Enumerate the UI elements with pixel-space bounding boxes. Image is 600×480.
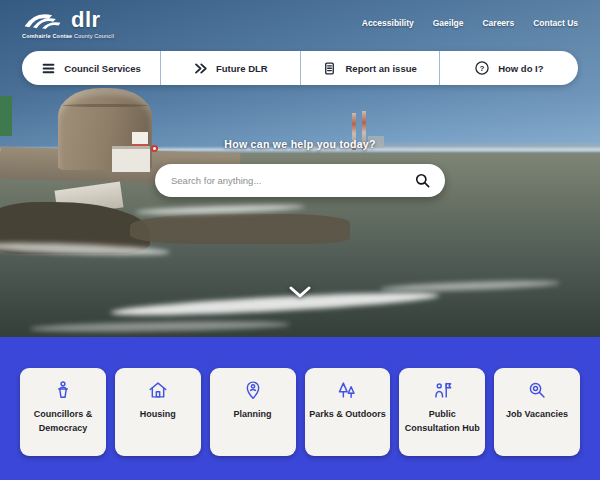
card-label: Housing bbox=[136, 408, 180, 422]
house-icon bbox=[147, 379, 169, 401]
green-kiosk bbox=[0, 96, 12, 136]
card-councillors-democracy[interactable]: Councillors & Democracy bbox=[20, 368, 106, 456]
card-parks-outdoors[interactable]: Parks & Outdoors bbox=[305, 368, 391, 456]
nav-label: Council Services bbox=[64, 63, 141, 74]
nav-how-do-i[interactable]: ? How do I? bbox=[440, 51, 578, 85]
nav-report-an-issue[interactable]: Report an issue bbox=[301, 51, 440, 85]
martello-tower-band bbox=[62, 104, 148, 107]
card-job-vacancies[interactable]: Job Vacancies bbox=[494, 368, 580, 456]
scroll-down-indicator[interactable] bbox=[288, 285, 312, 299]
primary-nav: Council Services Future DLR Report an is… bbox=[22, 51, 578, 85]
svg-text:?: ? bbox=[480, 64, 485, 73]
search-icon bbox=[414, 172, 431, 189]
quick-links-band: Councillors & Democracy Housing bbox=[0, 337, 600, 480]
rocks bbox=[130, 214, 350, 244]
podium-person-icon bbox=[52, 379, 74, 401]
nav-label: Report an issue bbox=[345, 63, 416, 74]
wave-foam bbox=[30, 320, 290, 334]
nav-council-services[interactable]: Council Services bbox=[22, 51, 161, 85]
map-pin-person-icon bbox=[242, 379, 264, 401]
double-chevron-icon bbox=[193, 61, 208, 76]
link-careers[interactable]: Careers bbox=[482, 18, 514, 28]
card-label: Councillors & Democracy bbox=[20, 408, 106, 436]
nav-future-dlr[interactable]: Future DLR bbox=[161, 51, 300, 85]
card-label: Job Vacancies bbox=[502, 408, 572, 422]
link-accessibility[interactable]: Accessibility bbox=[362, 18, 414, 28]
wave-foam bbox=[380, 279, 560, 293]
logo-tagline-english: County Council bbox=[72, 33, 114, 39]
trees-icon bbox=[336, 379, 358, 401]
hero-heading: How can we help you today? bbox=[0, 138, 600, 150]
card-planning[interactable]: Planning bbox=[210, 368, 296, 456]
dlr-logo[interactable]: dlr Comhairle Contae County Council bbox=[22, 8, 114, 39]
utility-links: Accessibility Gaeilge Careers Contact Us bbox=[362, 18, 578, 28]
card-label: Planning bbox=[230, 408, 276, 422]
chevron-down-icon bbox=[288, 285, 312, 299]
search-submit-button[interactable] bbox=[412, 170, 433, 191]
wave-foam bbox=[110, 288, 440, 319]
quick-links-cards: Councillors & Democracy Housing bbox=[0, 368, 600, 456]
card-label: Public Consultation Hub bbox=[399, 408, 485, 436]
nav-label: Future DLR bbox=[216, 63, 268, 74]
document-icon bbox=[322, 61, 337, 76]
link-contact-us[interactable]: Contact Us bbox=[533, 18, 578, 28]
magnifier-icon bbox=[526, 379, 548, 401]
menu-icon bbox=[41, 61, 56, 76]
dlr-wave-logo-icon bbox=[22, 8, 64, 30]
nav-label: How do I? bbox=[498, 63, 543, 74]
logo-tagline-irish: Comhairle Contae bbox=[22, 33, 72, 39]
search-input[interactable] bbox=[171, 175, 412, 186]
logo-brand-text: dlr bbox=[71, 10, 101, 30]
page: dlr Comhairle Contae County Council Acce… bbox=[0, 0, 600, 480]
card-public-consultation-hub[interactable]: Public Consultation Hub bbox=[399, 368, 485, 456]
card-label: Parks & Outdoors bbox=[305, 408, 390, 422]
question-circle-icon: ? bbox=[474, 60, 490, 76]
link-gaeilge[interactable]: Gaeilge bbox=[433, 18, 464, 28]
top-bar: dlr Comhairle Contae County Council Acce… bbox=[0, 0, 600, 46]
person-flag-icon bbox=[431, 379, 453, 401]
search-bar bbox=[155, 164, 445, 197]
card-housing[interactable]: Housing bbox=[115, 368, 201, 456]
logo-tagline: Comhairle Contae County Council bbox=[22, 33, 114, 39]
